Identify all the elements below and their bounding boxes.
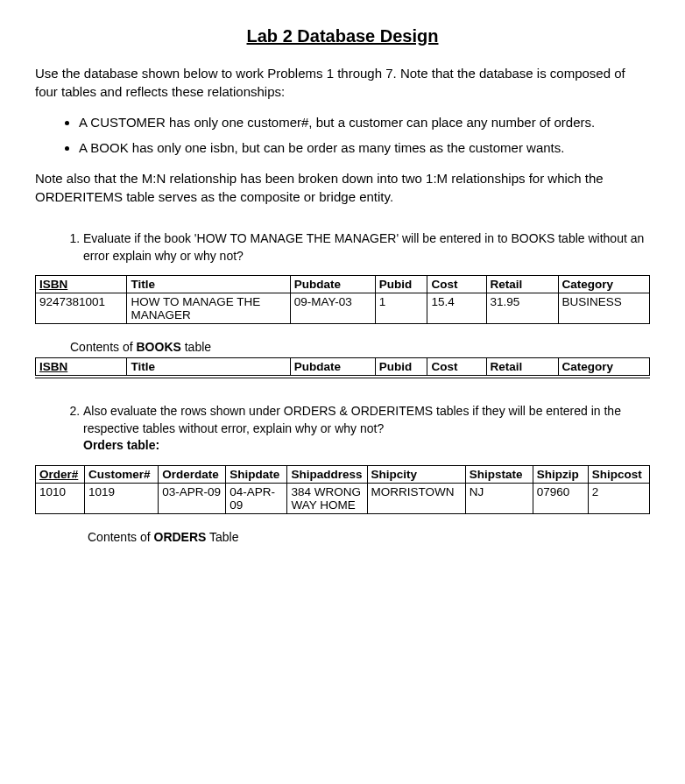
table-row: 1010 1019 03-APR-09 04-APR-09 384 WRONG … [36, 483, 650, 513]
cell-shipdate: 04-APR-09 [226, 483, 287, 513]
col-title: Title [127, 276, 290, 293]
table-header-row: ISBN Title Pubdate Pubid Cost Retail Cat… [36, 358, 650, 378]
col-retail: Retail [486, 276, 558, 293]
col-shipaddress: Shipaddress [287, 465, 367, 483]
books-table-caption: Contents of BOOKS table [70, 340, 650, 354]
col-shipzip: Shipzip [533, 465, 588, 483]
col-pubid: Pubid [375, 358, 427, 378]
cell-isbn: 9247381001 [36, 293, 127, 324]
intro-paragraph-2: Note also that the M:N relationship has … [35, 169, 650, 206]
col-pubdate: Pubdate [290, 276, 375, 293]
cell-category: BUSINESS [558, 293, 649, 324]
cell-pubid: 1 [375, 293, 427, 324]
cell-orderdate: 03-APR-09 [159, 483, 226, 513]
orders-table-label: Orders table: [83, 437, 650, 455]
cell-customer: 1019 [85, 483, 159, 513]
col-pubid: Pubid [375, 276, 427, 293]
col-category: Category [558, 358, 649, 378]
col-title: Title [127, 358, 290, 378]
orders-table-caption: Contents of ORDERS Table [88, 530, 650, 544]
table-header-row: ISBN Title Pubdate Pubid Cost Retail Cat… [36, 276, 650, 293]
books-table-header: ISBN Title Pubdate Pubid Cost Retail Cat… [35, 357, 650, 378]
intro-paragraph-1: Use the database shown below to work Pro… [35, 64, 650, 101]
bullet-book: A BOOK has only one isbn, but can be ord… [79, 138, 650, 157]
cell-shipzip: 07960 [533, 483, 588, 513]
question-2-text: Also evaluate the rows shown under ORDER… [83, 403, 650, 455]
col-cost: Cost [427, 276, 486, 293]
col-shipcity: Shipcity [367, 465, 465, 483]
page-title: Lab 2 Database Design [35, 26, 650, 46]
col-isbn: ISBN [36, 276, 127, 293]
col-shipcost: Shipcost [588, 465, 649, 483]
cell-pubdate: 09-MAY-03 [290, 293, 375, 324]
col-customer: Customer# [85, 465, 159, 483]
q1-book-table: ISBN Title Pubdate Pubid Cost Retail Cat… [35, 275, 650, 324]
col-shipdate: Shipdate [226, 465, 287, 483]
col-cost: Cost [427, 358, 486, 378]
col-isbn: ISBN [36, 358, 127, 378]
col-category: Category [558, 276, 649, 293]
cell-cost: 15.4 [427, 293, 486, 324]
question-1: Evaluate if the book 'HOW TO MANAGE THE … [35, 230, 650, 265]
cell-shipcity: MORRISTOWN [367, 483, 465, 513]
cell-order: 1010 [36, 483, 85, 513]
table-header-row: Order# Customer# Orderdate Shipdate Ship… [36, 465, 650, 483]
cell-shipstate: NJ [465, 483, 533, 513]
cell-shipaddress: 384 WRONG WAY HOME [287, 483, 367, 513]
q2-orders-table: Order# Customer# Orderdate Shipdate Ship… [35, 465, 650, 514]
question-2: Also evaluate the rows shown under ORDER… [35, 403, 650, 455]
cell-title: HOW TO MANAGE THE MANAGER [127, 293, 290, 324]
col-pubdate: Pubdate [290, 358, 375, 378]
question-1-text: Evaluate if the book 'HOW TO MANAGE THE … [83, 230, 650, 265]
col-shipstate: Shipstate [465, 465, 533, 483]
col-retail: Retail [486, 358, 558, 378]
relationship-bullets: A CUSTOMER has only one customer#, but a… [35, 113, 650, 157]
table-row: 9247381001 HOW TO MANAGE THE MANAGER 09-… [36, 293, 650, 324]
col-orderdate: Orderdate [159, 465, 226, 483]
cell-shipcost: 2 [588, 483, 649, 513]
col-order: Order# [36, 465, 85, 483]
cell-retail: 31.95 [486, 293, 558, 324]
bullet-customer: A CUSTOMER has only one customer#, but a… [79, 113, 650, 131]
